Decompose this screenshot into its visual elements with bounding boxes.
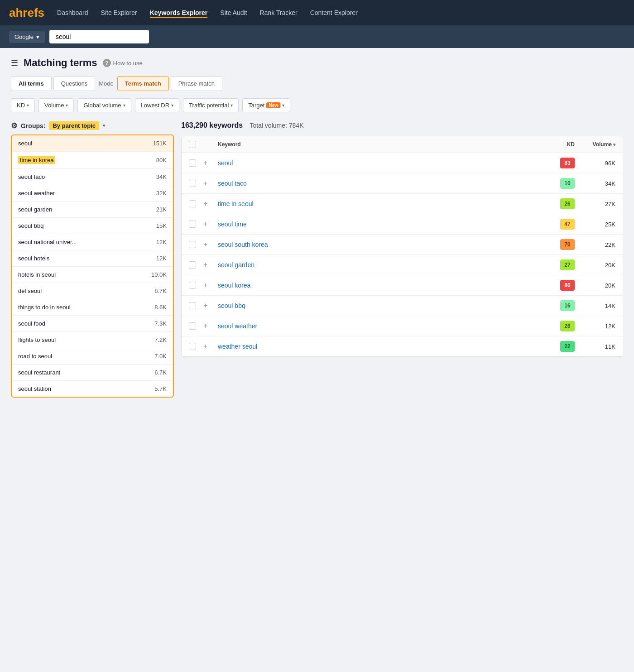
logo-accent: a <box>9 6 15 19</box>
group-item[interactable]: seoul weather32K <box>12 185 173 202</box>
keyword-link[interactable]: seoul garden <box>218 261 255 269</box>
keyword-link[interactable]: seoul korea <box>218 282 250 289</box>
group-item[interactable]: flights to seoul7.2K <box>12 332 173 348</box>
group-volume: 34K <box>156 173 167 180</box>
table-row: + seoul 83 96K <box>182 153 623 173</box>
group-item[interactable]: seoul garden21K <box>12 202 173 218</box>
row-checkbox[interactable] <box>189 221 203 228</box>
col-volume-header[interactable]: Volume ▾ <box>575 141 615 148</box>
row-checkbox[interactable] <box>189 302 203 309</box>
filter-target[interactable]: Target New ▾ <box>242 98 290 112</box>
tab-phrase-match[interactable]: Phrase match <box>171 76 222 91</box>
row-add-btn[interactable]: + <box>203 159 218 167</box>
keyword-link[interactable]: weather seoul <box>218 343 257 350</box>
search-input[interactable] <box>49 30 149 43</box>
tabs-row: All terms Questions Mode Terms match Phr… <box>11 76 623 91</box>
row-add-btn[interactable]: + <box>203 179 218 187</box>
keyword-link[interactable]: seoul south korea <box>218 241 268 248</box>
how-to-use-link[interactable]: ? How to use <box>103 59 143 67</box>
kd-badge: 27 <box>560 259 575 270</box>
main-nav: ahrefs Dashboard Site Explorer Keywords … <box>0 0 634 25</box>
row-add-btn[interactable]: + <box>203 261 218 269</box>
nav-item-keywords-explorer[interactable]: Keywords Explorer <box>150 7 208 18</box>
group-name: seoul taco <box>18 173 45 180</box>
keyword-link[interactable]: seoul <box>218 159 233 167</box>
row-checkbox[interactable] <box>189 343 203 350</box>
filter-lowest-dr[interactable]: Lowest DR ▾ <box>135 98 180 112</box>
row-checkbox[interactable] <box>189 261 203 269</box>
row-add-btn[interactable]: + <box>203 220 218 228</box>
tab-terms-match[interactable]: Terms match <box>117 76 169 91</box>
nav-item-dashboard[interactable]: Dashboard <box>57 7 88 18</box>
group-name: seoul bbq <box>18 222 43 229</box>
volume-cell: 11K <box>575 343 615 350</box>
group-name: time in korea <box>18 156 55 164</box>
group-item[interactable]: del seoul8.7K <box>12 283 173 299</box>
group-item[interactable]: road to seoul7.0K <box>12 348 173 365</box>
nav-item-site-audit[interactable]: Site Audit <box>220 7 247 18</box>
keyword-link[interactable]: time in seoul <box>218 200 254 207</box>
filter-kd[interactable]: KD ▾ <box>11 98 35 112</box>
row-add-btn[interactable]: + <box>203 240 218 249</box>
keyword-link[interactable]: seoul bbq <box>218 302 245 309</box>
row-checkbox[interactable] <box>189 200 203 207</box>
row-checkbox[interactable] <box>189 241 203 248</box>
mode-label: Mode <box>97 77 115 91</box>
group-item[interactable]: seoul taco34K <box>12 169 173 185</box>
volume-cell: 34K <box>575 180 615 187</box>
group-item[interactable]: seoul bbq15K <box>12 218 173 234</box>
group-item[interactable]: hotels in seoul10.0K <box>12 267 173 283</box>
sort-desc-icon: ▾ <box>613 142 615 147</box>
group-volume: 7.0K <box>154 353 167 360</box>
select-all-checkbox[interactable] <box>189 141 196 148</box>
keyword-link[interactable]: seoul taco <box>218 180 247 187</box>
row-checkbox[interactable] <box>189 282 203 289</box>
row-add-btn[interactable]: + <box>203 281 218 289</box>
keyword-cell: time in seoul <box>218 200 538 207</box>
search-engine-selector[interactable]: Google ▾ <box>9 31 45 43</box>
filter-traffic-potential[interactable]: Traffic potential ▾ <box>183 98 239 112</box>
groups-by-label: By parent topic <box>49 121 99 130</box>
chevron-down-icon: ▾ <box>171 103 173 108</box>
filters-row: KD ▾ Volume ▾ Global volume ▾ Lowest DR … <box>11 98 623 112</box>
row-add-btn[interactable]: + <box>203 200 218 208</box>
row-checkbox[interactable] <box>189 322 203 330</box>
page-content: ☰ Matching terms ? How to use All terms … <box>0 48 634 407</box>
nav-item-content-explorer[interactable]: Content Explorer <box>310 7 358 18</box>
page-header: ☰ Matching terms ? How to use <box>11 57 623 69</box>
group-name: hotels in seoul <box>18 271 56 278</box>
group-item[interactable]: seoul national univer...12K <box>12 234 173 250</box>
row-add-btn[interactable]: + <box>203 302 218 310</box>
group-item[interactable]: seoul hotels12K <box>12 250 173 267</box>
volume-cell: 14K <box>575 302 615 309</box>
kd-badge: 22 <box>560 341 575 352</box>
row-checkbox[interactable] <box>189 159 203 167</box>
row-checkbox[interactable] <box>189 180 203 187</box>
group-item[interactable]: seoul151K <box>12 135 173 152</box>
tab-questions[interactable]: Questions <box>53 76 96 91</box>
chevron-down-icon[interactable]: ▾ <box>103 123 105 128</box>
nav-item-rank-tracker[interactable]: Rank Tracker <box>259 7 297 18</box>
nav-item-site-explorer[interactable]: Site Explorer <box>101 7 137 18</box>
table-row: + time in seoul 26 27K <box>182 194 623 214</box>
menu-icon[interactable]: ☰ <box>11 58 18 68</box>
keyword-link[interactable]: seoul weather <box>218 322 257 330</box>
filter-volume[interactable]: Volume ▾ <box>38 98 74 112</box>
logo: ahrefs <box>9 6 44 20</box>
group-volume: 10.0K <box>151 271 167 278</box>
tab-all-terms[interactable]: All terms <box>11 76 52 91</box>
filter-global-volume[interactable]: Global volume ▾ <box>77 98 131 112</box>
group-item[interactable]: seoul food7.3K <box>12 316 173 332</box>
group-item[interactable]: time in korea80K <box>12 152 173 169</box>
kd-cell: 10 <box>538 178 575 189</box>
group-item[interactable]: seoul restaurant6.7K <box>12 365 173 381</box>
group-item[interactable]: seoul station5.7K <box>12 381 173 397</box>
keyword-link[interactable]: seoul time <box>218 221 247 228</box>
row-add-btn[interactable]: + <box>203 342 218 350</box>
kd-cell: 47 <box>538 219 575 230</box>
group-item[interactable]: things to do in seoul8.6K <box>12 299 173 316</box>
table-row: + seoul bbq 16 14K <box>182 296 623 316</box>
results-table: Keyword KD Volume ▾ + seoul 83 96K + seo… <box>181 136 623 357</box>
row-add-btn[interactable]: + <box>203 322 218 330</box>
group-volume: 15K <box>156 222 167 229</box>
